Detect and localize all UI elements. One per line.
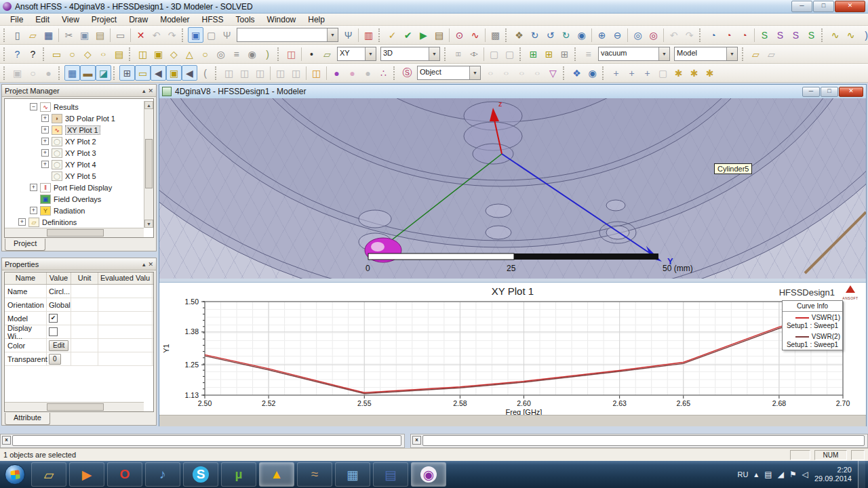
plane-combo[interactable]: XY▼: [337, 47, 376, 61]
panel-close-icon[interactable]: ✕: [148, 261, 153, 268]
select-split-icon[interactable]: Ψ: [219, 27, 235, 43]
tab-attribute[interactable]: Attribute: [5, 413, 50, 425]
taskbar-save-tool-button[interactable]: ▤: [373, 462, 408, 487]
copy-sweep-icon[interactable]: S: [788, 27, 804, 43]
draw-sphere-icon[interactable]: ○: [197, 46, 213, 62]
close-message-pane-icon[interactable]: x: [2, 436, 11, 445]
taskbar-explorer-button[interactable]: ▱: [31, 462, 66, 487]
new-icon[interactable]: ▯: [9, 27, 25, 43]
add-frequency-sweep-icon[interactable]: S: [757, 27, 772, 43]
tree-item-radiation[interactable]: +YRadiation: [5, 205, 144, 216]
rotate-model-icon[interactable]: ↺: [542, 27, 558, 43]
delete-sweep-icon[interactable]: ◔: [736, 27, 752, 43]
toolbar-grip[interactable]: [444, 47, 448, 61]
toolbar-grip[interactable]: [113, 66, 117, 80]
grid-settings-icon[interactable]: ▦: [64, 65, 80, 81]
panel-pin-icon[interactable]: ▴: [142, 261, 146, 268]
property-row-orientation[interactable]: OrientationGlobal: [5, 298, 153, 312]
modeler-close-button[interactable]: ✕: [839, 87, 863, 97]
face-cs-icon[interactable]: +: [624, 65, 639, 81]
measure-length-icon[interactable]: ✱: [686, 65, 702, 81]
snap-mode-icon[interactable]: ⊞: [119, 65, 135, 81]
move-origin-icon[interactable]: ⊞: [526, 46, 541, 62]
color-button[interactable]: Edit: [49, 340, 68, 351]
render-shaded-icon[interactable]: ●: [41, 65, 56, 81]
browse-solutions-icon[interactable]: ⊙: [452, 27, 467, 43]
measure-position-icon[interactable]: ✱: [671, 65, 686, 81]
property-row-display-wi[interactable]: Display Wi...: [5, 325, 153, 339]
fast-sweep-icon[interactable]: ∿: [843, 27, 859, 43]
imprint-icon[interactable]: ◫: [309, 65, 324, 81]
menu-project[interactable]: Project: [85, 14, 123, 26]
material-combo[interactable]: vacuum▼: [598, 47, 670, 61]
taskbar-opera-button[interactable]: O: [107, 462, 142, 487]
tree-item-xy-plot-2[interactable]: +◯XY Plot 2: [5, 136, 144, 147]
submit-job-icon[interactable]: ▶: [416, 27, 431, 43]
expand-icon[interactable]: +: [41, 126, 49, 134]
sweep-along-vector-icon[interactable]: ●: [360, 65, 376, 81]
modeler-canvas[interactable]: z Y 0 25 50 (mm): [159, 98, 866, 279]
select-vertices-icon[interactable]: ○: [514, 68, 530, 77]
draw-box-icon[interactable]: ▣: [151, 46, 166, 62]
toolbar-grip[interactable]: [821, 28, 825, 42]
move-cs-icon[interactable]: +: [608, 65, 624, 81]
taskbar-hfss-button[interactable]: ◉: [411, 462, 446, 487]
properties-horizontal-scrollbar[interactable]: [5, 402, 144, 411]
duplicate-mirror-icon[interactable]: ◁▷: [466, 46, 481, 62]
paste-sweep-icon[interactable]: S: [804, 27, 819, 43]
toolbar-grip[interactable]: [563, 66, 566, 80]
tree-item-xy-plot-5[interactable]: ◯XY Plot 5: [5, 170, 144, 182]
menu-help[interactable]: Help: [302, 14, 331, 26]
draw-helix-icon[interactable]: ≡: [229, 46, 244, 62]
move-to-folder-icon[interactable]: ▱: [764, 46, 779, 62]
render-wireframe-icon[interactable]: ○: [25, 65, 41, 81]
menu-hfss[interactable]: HFSS: [196, 14, 230, 26]
draw-sheet-icon[interactable]: ▤: [111, 46, 127, 62]
draw-ellipse-icon[interactable]: ○: [96, 49, 111, 58]
draw-region-icon[interactable]: ◫: [283, 46, 299, 62]
working-cs-icon[interactable]: ▣: [166, 65, 182, 81]
taskbar-media-player-button[interactable]: ▶: [69, 462, 104, 487]
scrollbar-thumb[interactable]: [145, 139, 153, 188]
redo-icon[interactable]: ↷: [164, 27, 180, 43]
solution-data-icon[interactable]: ▤: [431, 27, 447, 43]
draw-polygon-icon[interactable]: ◇: [80, 46, 96, 62]
toolbar-grip[interactable]: [602, 66, 606, 80]
filter-icon[interactable]: ▽: [545, 65, 561, 81]
minimize-button[interactable]: ─: [791, 1, 812, 12]
rotate-center-icon[interactable]: ↻: [527, 27, 542, 43]
toolbar-grip[interactable]: [58, 66, 62, 80]
separate-bodies-icon[interactable]: ◫: [288, 65, 304, 81]
start-button[interactable]: [0, 462, 30, 487]
toolbar-grip[interactable]: [742, 47, 745, 61]
toolbar-grip[interactable]: [3, 28, 7, 42]
tree-item-xy-plot-3[interactable]: +◯XY Plot 3: [5, 147, 144, 159]
modeler-minimize-button[interactable]: ─: [802, 87, 820, 97]
toolbar-grip[interactable]: [574, 47, 578, 61]
align-face-icon[interactable]: ▢: [486, 46, 502, 62]
modeler-3d-viewport[interactable]: z Y 0 25 50 (mm) Cylinder5: [159, 98, 866, 279]
expand-icon[interactable]: +: [30, 207, 37, 214]
relative-cs-icon[interactable]: ▢: [655, 65, 671, 81]
select-face-icon[interactable]: ▢: [203, 27, 219, 43]
zoom-in-icon[interactable]: ⊕: [594, 27, 610, 43]
expand-icon[interactable]: +: [41, 161, 49, 168]
scrollbar-thumb[interactable]: [47, 229, 104, 237]
connect-icon[interactable]: ∴: [376, 65, 391, 81]
add-solution-setup-icon[interactable]: ◔: [705, 27, 721, 43]
copy-icon[interactable]: ▣: [77, 27, 92, 43]
modeler-titlebar[interactable]: 4DginaV8 - HFSSDesign1 - Modeler ─ □ ✕: [159, 85, 866, 99]
tray-action-center-icon[interactable]: ⚑: [789, 470, 797, 479]
edit-sweep-icon[interactable]: S: [772, 27, 788, 43]
menu-tools[interactable]: Tools: [230, 14, 261, 26]
object-type-combo[interactable]: Model▼: [674, 47, 738, 61]
draw-torus-icon[interactable]: ◎: [213, 46, 229, 62]
tree-item-port-field-display[interactable]: +‖Port Field Display: [5, 182, 144, 193]
view-redo-icon[interactable]: ↷: [682, 27, 697, 43]
rotate-screen-icon[interactable]: ↻: [558, 27, 574, 43]
measure-area-icon[interactable]: ✱: [702, 65, 717, 81]
undo-icon[interactable]: ↶: [149, 27, 164, 43]
tree-horizontal-scrollbar[interactable]: [5, 228, 144, 237]
save-icon[interactable]: ▦: [41, 27, 56, 43]
toolbar-grip[interactable]: [43, 47, 46, 61]
